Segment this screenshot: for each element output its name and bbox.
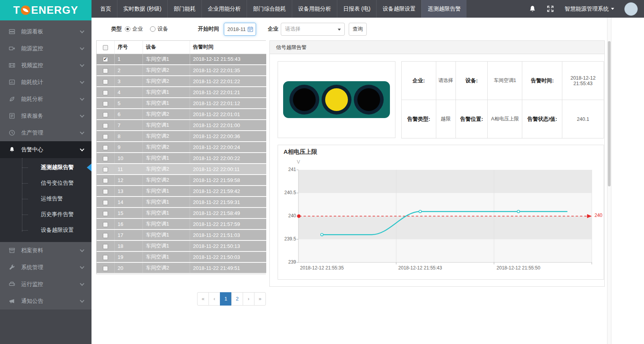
calendar-icon (247, 26, 253, 32)
sidebar-item-3[interactable]: 能耗统计 (0, 74, 91, 91)
submenu-item-4[interactable]: 设备越限设置 (0, 222, 91, 238)
chevron-down-icon (80, 79, 84, 84)
topnav-item-8[interactable]: 遥测越限告警 (421, 0, 467, 18)
y-tick-label-0: 241 (279, 167, 296, 172)
topnav-item-1[interactable]: 实时数据 (秒级) (117, 0, 167, 18)
company-select[interactable]: 请选择 (281, 23, 345, 36)
topnav-item-0[interactable]: 首页 (94, 0, 117, 18)
topnav-item-7[interactable]: 设备越限设置 (376, 0, 421, 18)
chevron-down-icon (80, 147, 84, 151)
logo: T ENERGY (0, 0, 91, 20)
clock-icon (9, 129, 16, 137)
table-row-9: 9车间空调22018-11-22 22:00:24 (97, 142, 266, 153)
main-content: 类型 企业 设备 开始时间 2018-11 企业 请选择 查询 (91, 18, 644, 344)
fullscreen-icon[interactable] (547, 5, 554, 13)
col-header-no: 序号 (114, 41, 143, 54)
alarm-info-table: 企业: 请选择 设备: 车间空调1 告警时间: 2018-12-12 21:55… (401, 61, 604, 138)
row-checkbox[interactable] (103, 156, 108, 161)
company-radio-input[interactable] (125, 26, 130, 32)
sidebar-item-1[interactable]: 能源监控 (0, 40, 91, 57)
row-checkbox[interactable] (103, 167, 108, 172)
start-time-input[interactable]: 2018-11 (224, 23, 256, 36)
x-tick-label-1: 2018-12-12 21:55:43 (391, 265, 450, 271)
sidebar-footer (0, 309, 91, 344)
table-row-8: 8车间空调22018-11-22 22:00:36 (97, 131, 266, 142)
sidebar-item-9[interactable]: 系统管理 (0, 259, 91, 276)
row-checkbox[interactable] (103, 178, 108, 183)
submenu-item-1[interactable]: 信号变位告警 (0, 175, 91, 191)
x-tick-label-2: 2018-12-12 21:55:50 (489, 265, 548, 271)
avatar[interactable] (624, 2, 638, 16)
row-checkbox[interactable] (103, 112, 108, 117)
row-checkbox[interactable] (103, 255, 108, 260)
logo-text-prefix: T (13, 4, 20, 16)
chevron-down-icon (80, 113, 84, 117)
table-header-row: 序号 设备 告警时间 (97, 41, 266, 54)
x-tick-label-0: 2018-12-12 21:55:35 (293, 265, 351, 271)
sidebar-item-11[interactable]: 通知公告 (0, 293, 91, 309)
page-next-button[interactable]: › (243, 292, 254, 306)
chevron-down-icon (80, 62, 84, 67)
sidebar-item-8[interactable]: 档案资料 (0, 242, 91, 259)
submenu-item-0[interactable]: 遥测越限告警 (0, 160, 91, 175)
topnav-item-5[interactable]: 设备用能分析 (292, 0, 337, 18)
row-checkbox[interactable] (103, 200, 108, 205)
table-row-7: 7车间空调12018-11-22 22:01:00 (97, 120, 266, 131)
page-first-button[interactable]: « (197, 292, 209, 306)
row-checkbox[interactable] (103, 145, 108, 150)
topnav-item-3[interactable]: 企业用能分析 (201, 0, 247, 18)
sidebar-item-7[interactable]: 告警中心 (0, 141, 91, 158)
radio-company[interactable]: 企业 (125, 25, 143, 33)
sidebar-item-6[interactable]: 生产管理 (0, 124, 91, 141)
table-row-12: 12车间空调22018-11-22 21:59:58 (97, 175, 266, 186)
sidebar-item-0[interactable]: 能源看板 (0, 23, 91, 40)
chevron-down-icon (80, 264, 84, 269)
topnav-item-4[interactable]: 部门综合能耗 (247, 0, 292, 18)
row-checkbox[interactable] (103, 90, 108, 95)
sidebar-item-4[interactable]: 能耗分析 (0, 91, 91, 107)
page-2-button[interactable]: 2 (231, 292, 243, 306)
topnav-item-2[interactable]: 部门能耗 (167, 0, 201, 18)
voltage-line-chart (298, 170, 592, 262)
submenu-item-2[interactable]: 运维告警 (0, 191, 91, 207)
bar-chart-icon (9, 79, 16, 86)
page-1-button[interactable]: 1 (220, 292, 232, 306)
row-checkbox[interactable] (103, 68, 108, 73)
row-checkbox[interactable] (103, 101, 108, 106)
row-checkbox[interactable] (103, 79, 108, 84)
radio-device[interactable]: 设备 (150, 25, 168, 33)
row-checkbox[interactable] (103, 266, 108, 271)
page-last-button[interactable]: » (254, 292, 266, 306)
sidebar-item-2[interactable]: 视频监控 (0, 57, 91, 74)
chevron-down-icon (80, 46, 84, 50)
topnav-item-6[interactable]: 日报表 (电) (337, 0, 376, 18)
scrollbar-thumb[interactable] (608, 41, 611, 186)
sidebar-item-5[interactable]: 报表服务 (0, 107, 91, 124)
y-tick-label-2: 240 (279, 213, 296, 218)
sidebar-item-10[interactable]: 运行监控 (0, 276, 91, 293)
system-title: 智慧能源管理系统 (565, 5, 609, 13)
search-button[interactable]: 查询 (349, 23, 367, 36)
chevron-down-icon (80, 298, 84, 302)
row-checkbox[interactable] (103, 211, 108, 216)
row-checkbox[interactable] (103, 123, 108, 128)
row-checkbox[interactable] (103, 134, 108, 139)
row-checkbox[interactable] (103, 233, 108, 238)
notification-bell-icon[interactable] (529, 5, 536, 13)
select-all-checkbox[interactable] (103, 45, 108, 50)
topnav: 首页实时数据 (秒级)部门能耗企业用能分析部门综合能耗设备用能分析日报表 (电)… (94, 0, 467, 18)
table-row-13: 13车间空调12018-11-22 21:59:42 (97, 186, 266, 197)
page-prev-button[interactable]: ‹ (209, 292, 220, 306)
device-radio-input[interactable] (150, 26, 156, 32)
submenu-item-3[interactable]: 历史事件告警 (0, 207, 91, 222)
user-menu[interactable]: 智慧能源管理系统 (565, 5, 614, 13)
archive-icon (9, 247, 16, 254)
row-checkbox[interactable] (103, 222, 108, 227)
field-value-device: 车间空调1 (488, 62, 522, 100)
scrollbar-track[interactable] (607, 18, 611, 344)
row-checkbox[interactable] (103, 189, 108, 194)
alarm-table-body: 1车间空调12018-12-12 21:55:432车间空调22018-11-2… (97, 54, 266, 273)
row-checkbox[interactable] (103, 57, 108, 62)
row-checkbox[interactable] (103, 244, 108, 249)
company-label: 企业 (268, 25, 278, 33)
